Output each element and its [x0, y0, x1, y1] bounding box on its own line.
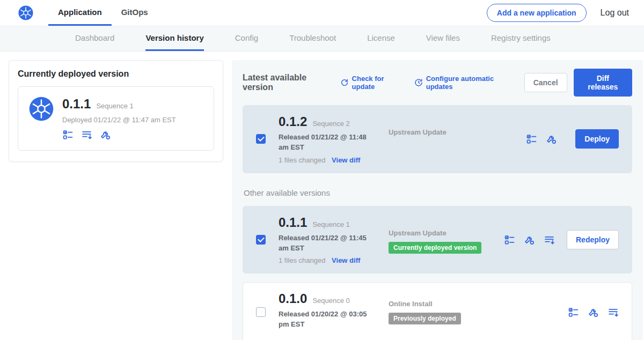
deployed-timestamp: Deployed 01/21/22 @ 11:47 am EST — [62, 116, 176, 124]
app-subnav: Dashboard Version history Config Trouble… — [0, 26, 644, 51]
currently-deployed-panel: Currently deployed version 0.1.1 Sequenc… — [9, 60, 223, 162]
logout-link[interactable]: Log out — [601, 8, 629, 18]
version-sequence: Sequence 2 — [312, 120, 349, 128]
clock-history-icon — [414, 78, 423, 87]
version-info: 0.1.1 Sequence 1 Released 01/21/22 @ 11:… — [279, 215, 389, 265]
tab-gitops[interactable]: GitOps — [112, 0, 158, 26]
deployed-version-sequence: Sequence 1 — [96, 102, 133, 110]
edit-config-icon[interactable] — [100, 129, 111, 141]
version-row-0-1-0: 0.1.0 Sequence 0 Released 01/20/22 @ 03:… — [243, 282, 632, 340]
version-number: 0.1.1 — [279, 215, 307, 230]
version-info: 0.1.0 Sequence 0 Released 01/20/22 @ 03:… — [279, 291, 389, 333]
other-available-versions-title: Other available versions — [244, 188, 631, 197]
version-checkbox[interactable] — [256, 134, 266, 144]
kubernetes-logo-icon — [18, 5, 33, 20]
release-notes-icon[interactable] — [81, 129, 92, 141]
cancel-button[interactable]: Cancel — [524, 73, 567, 92]
version-released-timestamp: Released 01/21/22 @ 11:45 am EST — [279, 233, 375, 254]
version-released-timestamp: Released 01/21/22 @ 11:48 am EST — [279, 132, 375, 153]
version-action-icons — [526, 134, 557, 145]
topnav-tabs: Application GitOps — [48, 0, 158, 26]
source-label: Online Install — [389, 300, 504, 308]
version-released-timestamp: Released 01/20/22 @ 03:05 pm EST — [279, 309, 375, 330]
release-notes-icon[interactable] — [608, 307, 619, 318]
edit-config-icon[interactable] — [546, 134, 557, 145]
subnav-config[interactable]: Config — [235, 26, 258, 51]
configure-automatic-updates-label: Configure automatic updates — [426, 75, 513, 91]
version-action-icons — [504, 234, 555, 246]
currently-deployed-badge: Currently deployed version — [389, 242, 481, 254]
deployed-version-card: 0.1.1 Sequence 1 Deployed 01/21/22 @ 11:… — [18, 86, 214, 151]
refresh-icon — [340, 78, 349, 87]
subnav-dashboard[interactable]: Dashboard — [75, 26, 114, 51]
main-content: Currently deployed version 0.1.1 Sequenc… — [0, 51, 644, 340]
latest-version-title: Latest available version — [243, 73, 331, 92]
add-new-application-button[interactable]: Add a new application — [487, 4, 587, 22]
version-info: 0.1.2 Sequence 2 Released 01/21/22 @ 11:… — [279, 114, 389, 164]
version-sequence: Sequence 1 — [312, 220, 349, 228]
preflight-checks-icon[interactable] — [568, 307, 579, 318]
deploy-button[interactable]: Deploy — [575, 129, 619, 149]
source-label: Upstream Update — [389, 229, 504, 237]
subnav-registry-settings[interactable]: Registry settings — [491, 26, 551, 51]
latest-version-header: Latest available version Check for updat… — [243, 69, 632, 97]
view-diff-link[interactable]: View diff — [332, 156, 360, 164]
top-navbar: Application GitOps Add a new application… — [0, 0, 644, 26]
tab-application[interactable]: Application — [48, 0, 112, 26]
check-for-update-link[interactable]: Check for update — [340, 75, 402, 91]
currently-deployed-title: Currently deployed version — [18, 69, 214, 79]
deployed-version-details: 0.1.1 Sequence 1 Deployed 01/21/22 @ 11:… — [62, 97, 176, 141]
subnav-license[interactable]: License — [367, 26, 395, 51]
version-history-panel: Latest available version Check for updat… — [232, 60, 643, 340]
topnav-right: Add a new application Log out — [487, 4, 629, 22]
files-changed-label: 1 files changed — [279, 256, 325, 264]
version-action-icons — [568, 307, 619, 318]
preflight-checks-icon[interactable] — [504, 234, 515, 246]
version-source: Online Install Previously deployed — [389, 291, 504, 333]
release-notes-icon[interactable] — [544, 234, 555, 246]
version-number: 0.1.0 — [279, 291, 307, 306]
edit-config-icon[interactable] — [588, 307, 599, 318]
source-label: Upstream Update — [389, 128, 504, 136]
version-checkbox[interactable] — [256, 235, 266, 245]
version-source: Upstream Update — [389, 114, 504, 164]
version-source: Upstream Update Currently deployed versi… — [389, 215, 504, 265]
subnav-version-history[interactable]: Version history — [145, 26, 203, 51]
files-changed-label: 1 files changed — [279, 156, 325, 164]
version-sequence: Sequence 0 — [312, 297, 349, 305]
app-kubernetes-icon — [29, 97, 54, 121]
configure-automatic-updates-link[interactable]: Configure automatic updates — [414, 75, 513, 91]
diff-releases-button[interactable]: Diff releases — [574, 69, 632, 97]
subnav-troubleshoot[interactable]: Troubleshoot — [289, 26, 336, 51]
view-diff-link[interactable]: View diff — [332, 256, 360, 264]
check-for-update-label: Check for update — [352, 75, 402, 91]
deployed-version-icons — [62, 129, 176, 141]
version-row-0-1-1: 0.1.1 Sequence 1 Released 01/21/22 @ 11:… — [243, 206, 632, 274]
deployed-version-number: 0.1.1 — [62, 97, 91, 112]
subnav-view-files[interactable]: View files — [426, 26, 460, 51]
version-checkbox[interactable] — [256, 307, 266, 317]
version-row-0-1-2: 0.1.2 Sequence 2 Released 01/21/22 @ 11:… — [243, 105, 632, 173]
previously-deployed-badge: Previously deployed — [389, 313, 461, 324]
redeploy-button[interactable]: Redeploy — [567, 230, 619, 249]
preflight-checks-icon[interactable] — [62, 129, 74, 141]
edit-config-icon[interactable] — [524, 234, 535, 246]
version-number: 0.1.2 — [279, 114, 307, 129]
preflight-checks-icon[interactable] — [526, 134, 537, 145]
